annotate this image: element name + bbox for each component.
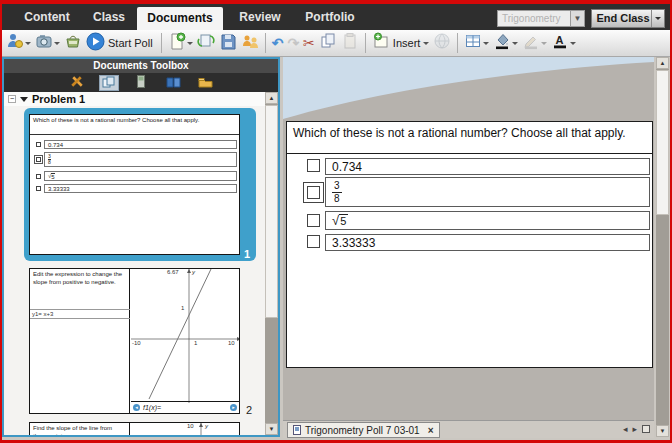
- insert-dropdown-icon[interactable]: [423, 42, 429, 48]
- page-thumbnail-1-selected[interactable]: Which of these is not a rational number?…: [24, 108, 256, 261]
- tab-content[interactable]: Content: [14, 4, 80, 30]
- tab-page-sorter[interactable]: [99, 75, 119, 91]
- save-button[interactable]: [217, 31, 239, 55]
- end-class-button[interactable]: End Class: [591, 9, 665, 28]
- screen-capture-dropdown-icon[interactable]: [54, 42, 60, 48]
- tools-icon: [70, 74, 84, 92]
- scrollbar-thumb[interactable]: [265, 105, 278, 318]
- page-2-preview: Edit the expression to change the slope …: [29, 268, 240, 414]
- background-swoosh: [283, 57, 654, 127]
- book-icon: [166, 74, 181, 92]
- close-icon[interactable]: ×: [428, 425, 434, 436]
- expander-triangle-icon[interactable]: [20, 97, 28, 106]
- scroll-down-icon[interactable]: ▼: [265, 423, 278, 435]
- toolbar-separator: [161, 33, 162, 53]
- mini-answer: 3.33333: [44, 184, 237, 193]
- cut-button[interactable]: ✂: [301, 31, 317, 55]
- tab-handheld[interactable]: [131, 75, 151, 91]
- mini-answer-row: 0.734: [36, 140, 237, 149]
- mini-graph: 10 y: [131, 423, 239, 435]
- answer-checkbox-4[interactable]: [307, 235, 320, 248]
- problem-label: Problem 1: [32, 93, 85, 105]
- document-icon: [293, 425, 301, 435]
- answer-box-1[interactable]: 0.734: [325, 158, 650, 175]
- answer-box-2[interactable]: 3 8: [325, 177, 650, 207]
- answer-checkbox-2[interactable]: [307, 186, 320, 199]
- undo-button[interactable]: ↶: [270, 31, 286, 55]
- send-to-class-button[interactable]: [62, 31, 84, 55]
- end-class-dropdown-icon[interactable]: [651, 10, 664, 27]
- redo-button[interactable]: ↷: [285, 31, 301, 55]
- mini-prompt: Edit the expression to change the slope …: [30, 269, 130, 413]
- tab-document-tools[interactable]: [67, 75, 87, 91]
- insert-button[interactable]: Insert: [370, 31, 432, 55]
- transfer-tool-icon: [241, 32, 259, 54]
- svg-text:A: A: [556, 34, 564, 46]
- tree-collapse-icon[interactable]: −: [8, 95, 16, 103]
- tab-utilities[interactable]: [163, 75, 183, 91]
- tab-navigation: ◂ ▸: [623, 424, 650, 434]
- tab-portfolio[interactable]: Portfolio: [300, 4, 360, 30]
- next-tab-icon[interactable]: ▸: [632, 424, 637, 434]
- start-poll-label: Start Poll: [106, 37, 155, 49]
- page-1-preview: Which of these is not a rational number?…: [29, 114, 240, 255]
- paste-button[interactable]: [339, 31, 361, 55]
- variables-button[interactable]: [431, 31, 453, 55]
- tick-label: 1: [194, 340, 197, 346]
- tab-class[interactable]: Class: [86, 4, 132, 30]
- copy-button[interactable]: [317, 31, 339, 55]
- answer-box-3[interactable]: √5: [325, 211, 650, 230]
- document-tab[interactable]: Trigonometry Poll 7 03-01 ×: [287, 422, 440, 438]
- tab-review[interactable]: Review: [234, 4, 286, 30]
- answer-checkbox-3[interactable]: [307, 214, 320, 227]
- transfer-tool-button[interactable]: [239, 31, 261, 55]
- paste-icon: [341, 32, 359, 54]
- add-student-button[interactable]: [4, 31, 33, 55]
- new-document-dropdown-icon[interactable]: [187, 42, 193, 48]
- line-color-dropdown-icon[interactable]: [541, 42, 547, 48]
- table-button[interactable]: [462, 31, 491, 55]
- problem-tree-row[interactable]: − Problem 1: [4, 92, 278, 106]
- new-document-button[interactable]: [166, 31, 195, 55]
- document-scrollbar[interactable]: ▲ ▼: [656, 57, 669, 437]
- prev-tab-icon[interactable]: ◂: [623, 424, 628, 434]
- screen-capture-button[interactable]: [33, 31, 62, 55]
- send-document-button[interactable]: [195, 31, 217, 55]
- text-color-dropdown-icon[interactable]: [570, 42, 576, 48]
- table-dropdown-icon[interactable]: [483, 42, 489, 48]
- mini-checkbox-focused: [36, 157, 41, 162]
- scroll-down-icon[interactable]: ▼: [656, 425, 669, 437]
- tab-list-icon[interactable]: [642, 425, 650, 433]
- class-select[interactable]: Trigonometry ▼: [497, 10, 585, 27]
- calculator-icon: [137, 74, 145, 92]
- chevron-down-icon[interactable]: ▼: [570, 11, 584, 26]
- answer-checkbox-1[interactable]: [307, 159, 320, 172]
- fraction: 3 8: [332, 180, 342, 204]
- page-thumbnail-2[interactable]: Edit the expression to change the slope …: [24, 266, 256, 416]
- new-document-icon: [168, 32, 186, 54]
- send-document-icon: [197, 32, 215, 54]
- copy-icon: [319, 32, 337, 54]
- scroll-up-icon[interactable]: ▲: [656, 57, 669, 69]
- fill-color-button[interactable]: [491, 31, 520, 55]
- tab-content-explorer[interactable]: [195, 75, 215, 91]
- scrollbar-thumb[interactable]: [656, 70, 669, 215]
- answer-box-4[interactable]: 3.33333: [325, 234, 650, 251]
- scroll-up-icon[interactable]: ▲: [265, 92, 278, 104]
- mini-answer-row: 38: [36, 152, 237, 167]
- line-color-button[interactable]: [520, 31, 549, 55]
- tab-documents[interactable]: Documents: [137, 7, 223, 30]
- fill-color-dropdown-icon[interactable]: [512, 42, 518, 48]
- line-color-icon: [522, 32, 540, 54]
- start-poll-button[interactable]: Start Poll: [84, 31, 157, 55]
- mini-graph: 6.67 y 1 -10 1 10 ◂ f1(x)= ▸: [131, 269, 239, 413]
- add-student-dropdown-icon[interactable]: [25, 42, 31, 48]
- question-prompt[interactable]: Which of these is not a rational number?…: [287, 122, 652, 154]
- page-thumbnail-3[interactable]: Find the slope of the line from these po…: [24, 420, 256, 435]
- answer-row-1: 0.734: [287, 158, 652, 174]
- left-panel-scrollbar[interactable]: ▲ ▼: [265, 92, 278, 435]
- cut-icon: ✂: [303, 34, 315, 52]
- document-tab-label: Trigonometry Poll 7 03-01: [305, 425, 420, 436]
- text-color-button[interactable]: A: [549, 31, 578, 55]
- mini-checkbox: [36, 186, 41, 191]
